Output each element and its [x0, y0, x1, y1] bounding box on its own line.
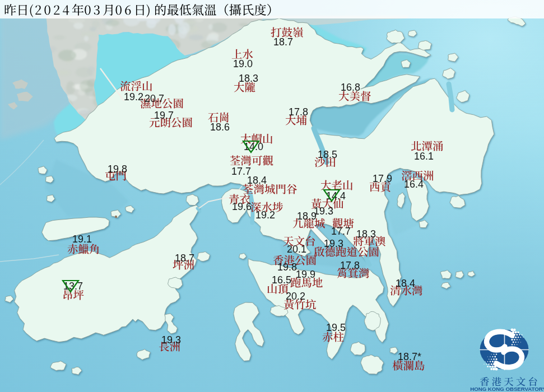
- svg-text:HONG KONG OBSERVATORY: HONG KONG OBSERVATORY: [470, 386, 544, 392]
- svg-text:17.7: 17.7: [331, 226, 351, 237]
- svg-text:19.7: 19.7: [154, 110, 174, 121]
- svg-text:19.8: 19.8: [277, 262, 297, 273]
- svg-text:19.3: 19.3: [324, 238, 343, 249]
- svg-text:18.3: 18.3: [356, 228, 376, 240]
- svg-text:18.3: 18.3: [239, 73, 258, 84]
- svg-text:19.9: 19.9: [296, 269, 315, 280]
- svg-text:18.7*: 18.7*: [398, 351, 421, 362]
- svg-text:16.8: 16.8: [341, 82, 360, 93]
- svg-text:20.1: 20.1: [287, 244, 306, 255]
- svg-text:19.2: 19.2: [255, 209, 275, 221]
- svg-text:18.4: 18.4: [247, 175, 267, 186]
- svg-text:17.9: 17.9: [373, 173, 392, 184]
- svg-text:19.6: 19.6: [232, 201, 252, 212]
- svg-text:19.5: 19.5: [326, 322, 346, 333]
- svg-text:18.7: 18.7: [175, 253, 194, 264]
- svg-text:19.1: 19.1: [72, 234, 92, 245]
- svg-text:20.7: 20.7: [145, 93, 164, 104]
- svg-text:19.0: 19.0: [233, 58, 253, 69]
- svg-text:19.3: 19.3: [314, 206, 333, 217]
- svg-text:19.2: 19.2: [124, 91, 143, 102]
- svg-text:17.8: 17.8: [340, 260, 360, 271]
- svg-text:19.3: 19.3: [161, 334, 181, 346]
- svg-text:18.4: 18.4: [396, 278, 415, 289]
- svg-text:18.9: 18.9: [297, 211, 317, 222]
- svg-text:19.8: 19.8: [108, 164, 127, 175]
- svg-text:18.6: 18.6: [210, 122, 230, 133]
- svg-text:16.4: 16.4: [404, 179, 424, 190]
- svg-text:18.7: 18.7: [273, 36, 293, 48]
- svg-text:18.5: 18.5: [318, 149, 337, 160]
- svg-text:17.8: 17.8: [289, 106, 308, 118]
- svg-text:20.2: 20.2: [286, 291, 305, 302]
- svg-text:16.1: 16.1: [414, 151, 434, 162]
- svg-text:16.5: 16.5: [272, 274, 291, 286]
